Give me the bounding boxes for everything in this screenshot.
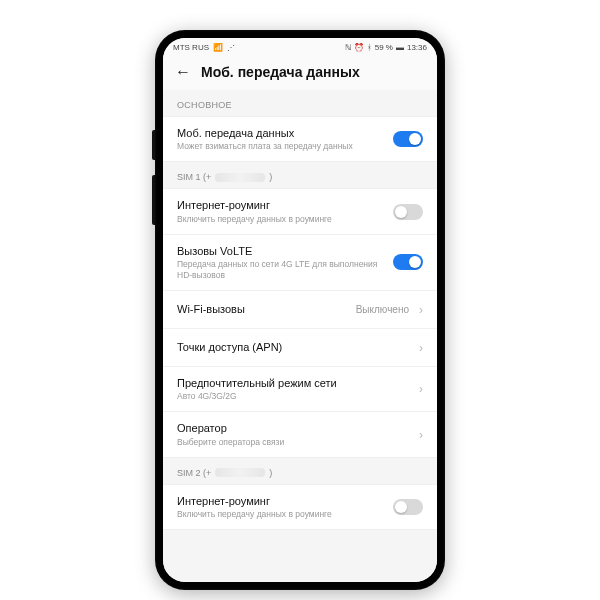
row-volte[interactable]: Вызовы VoLTE Передача данных по сети 4G … (163, 235, 437, 291)
alarm-icon: ⏰ (354, 43, 364, 52)
roaming1-title: Интернет-роуминг (177, 198, 385, 212)
roaming2-sub: Включить передачу данных в роуминге (177, 509, 385, 520)
netmode-title: Предпочтительный режим сети (177, 376, 409, 390)
nfc-icon: ℕ (345, 43, 351, 52)
battery-icon: ▬ (396, 43, 404, 52)
row-apn[interactable]: Точки доступа (APN) › (163, 329, 437, 367)
sim2-number-redacted (215, 468, 265, 477)
screen: MTS RUS 📶 ⋰ ℕ ⏰ ᚼ 59 % ▬ 13:36 ← Моб. пе… (163, 38, 437, 582)
chevron-right-icon: › (419, 428, 423, 442)
mobile-data-toggle[interactable] (393, 131, 423, 147)
operator-title: Оператор (177, 421, 409, 435)
bluetooth-icon: ᚼ (367, 43, 372, 52)
roaming1-sub: Включить передачу данных в роуминге (177, 214, 385, 225)
row-operator[interactable]: Оператор Выберите оператора связи › (163, 412, 437, 456)
mobile-data-sub: Может взиматься плата за передачу данных (177, 141, 385, 152)
settings-content[interactable]: ОСНОВНОЕ Моб. передача данных Может взим… (163, 90, 437, 582)
section-sim1: Интернет-роуминг Включить передачу данны… (163, 188, 437, 457)
app-header: ← Моб. передача данных (163, 56, 437, 90)
operator-sub: Выберите оператора связи (177, 437, 409, 448)
chevron-right-icon: › (419, 382, 423, 396)
section-sim1-label: SIM 1 (+ ) (163, 162, 437, 188)
row-roaming-sim1[interactable]: Интернет-роуминг Включить передачу данны… (163, 189, 437, 234)
chevron-right-icon: › (419, 303, 423, 317)
roaming2-title: Интернет-роуминг (177, 494, 385, 508)
wifi-call-title: Wi-Fi-вызовы (177, 302, 348, 316)
status-bar: MTS RUS 📶 ⋰ ℕ ⏰ ᚼ 59 % ▬ 13:36 (163, 38, 437, 56)
chevron-right-icon: › (419, 341, 423, 355)
volte-toggle[interactable] (393, 254, 423, 270)
phone-frame: MTS RUS 📶 ⋰ ℕ ⏰ ᚼ 59 % ▬ 13:36 ← Моб. пе… (155, 30, 445, 590)
page-title: Моб. передача данных (201, 64, 360, 80)
row-roaming-sim2[interactable]: Интернет-роуминг Включить передачу данны… (163, 485, 437, 529)
section-sim2-label: SIM 2 (+ ) (163, 458, 437, 484)
apn-title: Точки доступа (APN) (177, 340, 409, 354)
roaming2-toggle[interactable] (393, 499, 423, 515)
wifi-icon: ⋰ (227, 43, 235, 52)
sim1-number-redacted (215, 173, 265, 182)
mobile-data-title: Моб. передача данных (177, 126, 385, 140)
row-wifi-calling[interactable]: Wi-Fi-вызовы Выключено › (163, 291, 437, 329)
row-mobile-data[interactable]: Моб. передача данных Может взиматься пла… (163, 117, 437, 161)
wifi-call-value: Выключено (356, 304, 409, 315)
clock-label: 13:36 (407, 43, 427, 52)
volte-title: Вызовы VoLTE (177, 244, 385, 258)
row-network-mode[interactable]: Предпочтительный режим сети Авто 4G/3G/2… (163, 367, 437, 412)
section-main: Моб. передача данных Может взиматься пла… (163, 116, 437, 162)
back-icon[interactable]: ← (175, 64, 191, 80)
netmode-sub: Авто 4G/3G/2G (177, 391, 409, 402)
roaming1-toggle[interactable] (393, 204, 423, 220)
battery-label: 59 % (375, 43, 393, 52)
section-sim2: Интернет-роуминг Включить передачу данны… (163, 484, 437, 530)
section-main-label: ОСНОВНОЕ (163, 90, 437, 116)
signal-icon: 📶 (213, 43, 223, 52)
carrier-label: MTS RUS (173, 43, 209, 52)
volte-sub: Передача данных по сети 4G LTE для выпол… (177, 259, 385, 281)
